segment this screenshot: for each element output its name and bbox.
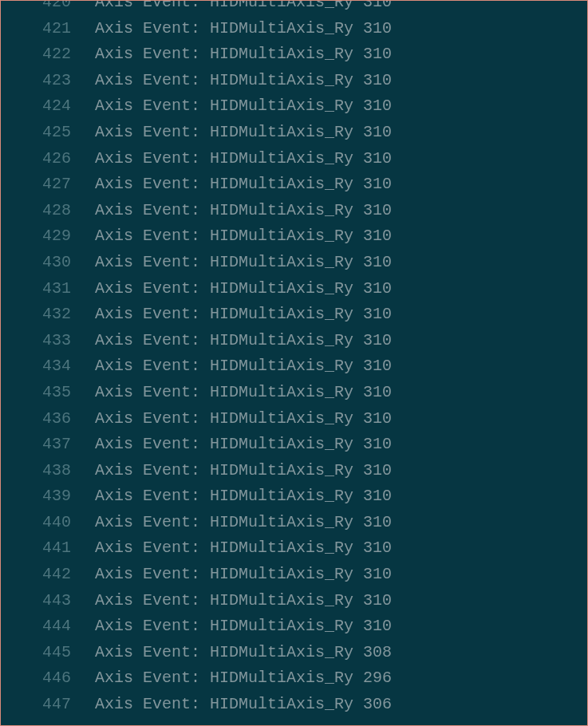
log-line: 441Axis Event: HIDMultiAxis_Ry 310 <box>7 535 587 562</box>
log-line: 427Axis Event: HIDMultiAxis_Ry 310 <box>7 172 587 198</box>
line-number: 426 <box>7 146 71 172</box>
log-text: Axis Event: HIDMultiAxis_Ry 308 <box>71 640 392 666</box>
line-number: 440 <box>7 510 71 536</box>
line-number: 424 <box>7 93 71 120</box>
log-text: Axis Event: HIDMultiAxis_Ry 310 <box>71 250 392 276</box>
log-text: Axis Event: HIDMultiAxis_Ry 310 <box>71 406 392 432</box>
log-line: 420Axis Event: HIDMultiAxis_Ry 310 <box>7 0 587 16</box>
log-text: Axis Event: HIDMultiAxis_Ry 306 <box>71 692 392 718</box>
log-text: Axis Event: HIDMultiAxis_Ry 310 <box>71 41 392 68</box>
log-line: 436Axis Event: HIDMultiAxis_Ry 310 <box>7 406 587 432</box>
log-line: 435Axis Event: HIDMultiAxis_Ry 310 <box>7 380 587 406</box>
line-number: 441 <box>7 535 71 562</box>
line-number: 421 <box>7 16 71 42</box>
line-number: 435 <box>7 380 71 406</box>
log-line: 423Axis Event: HIDMultiAxis_Ry 310 <box>7 68 587 94</box>
log-text: Axis Event: HIDMultiAxis_Ry 310 <box>71 535 392 562</box>
line-number: 447 <box>7 692 71 718</box>
line-number: 442 <box>7 562 71 588</box>
log-line: 429Axis Event: HIDMultiAxis_Ry 310 <box>7 223 587 250</box>
line-number: 423 <box>7 68 71 94</box>
log-text: Axis Event: HIDMultiAxis_Ry 310 <box>71 172 392 198</box>
line-number: 427 <box>7 172 71 198</box>
line-number: 436 <box>7 406 71 432</box>
log-text: Axis Event: HIDMultiAxis_Ry 310 <box>71 562 392 588</box>
log-line: 424Axis Event: HIDMultiAxis_Ry 310 <box>7 93 587 120</box>
log-text: Axis Event: HIDMultiAxis_Ry 310 <box>71 68 392 94</box>
log-line: 440Axis Event: HIDMultiAxis_Ry 310 <box>7 510 587 536</box>
line-number: 425 <box>7 120 71 146</box>
log-text: Axis Event: HIDMultiAxis_Ry 310 <box>71 146 392 172</box>
log-line: 430Axis Event: HIDMultiAxis_Ry 310 <box>7 250 587 276</box>
line-number: 433 <box>7 328 71 354</box>
log-text: Axis Event: HIDMultiAxis_Ry 310 <box>71 328 392 354</box>
line-number: 428 <box>7 198 71 224</box>
line-number: 422 <box>7 41 71 68</box>
log-text: Axis Event: HIDMultiAxis_Ry 310 <box>71 276 392 302</box>
log-text: Axis Event: HIDMultiAxis_Ry 296 <box>71 665 392 692</box>
log-line: 422Axis Event: HIDMultiAxis_Ry 310 <box>7 41 587 68</box>
log-text: Axis Event: HIDMultiAxis_Ry 310 <box>71 223 392 250</box>
log-line: 428Axis Event: HIDMultiAxis_Ry 310 <box>7 198 587 224</box>
log-text: Axis Event: HIDMultiAxis_Ry 310 <box>71 93 392 120</box>
log-line: 432Axis Event: HIDMultiAxis_Ry 310 <box>7 302 587 328</box>
log-text: Axis Event: HIDMultiAxis_Ry 310 <box>71 302 392 328</box>
line-number: 443 <box>7 588 71 614</box>
log-line: 431Axis Event: HIDMultiAxis_Ry 310 <box>7 276 587 302</box>
log-output[interactable]: 420Axis Event: HIDMultiAxis_Ry 310421Axi… <box>1 0 587 718</box>
line-number: 437 <box>7 432 71 458</box>
line-number: 445 <box>7 640 71 666</box>
line-number: 431 <box>7 276 71 302</box>
line-number: 444 <box>7 614 71 640</box>
log-text: Axis Event: HIDMultiAxis_Ry 310 <box>71 120 392 146</box>
log-text: Axis Event: HIDMultiAxis_Ry 310 <box>71 614 392 640</box>
line-number: 430 <box>7 250 71 276</box>
log-line: 439Axis Event: HIDMultiAxis_Ry 310 <box>7 483 587 510</box>
line-number: 439 <box>7 483 71 510</box>
line-number: 438 <box>7 458 71 484</box>
log-line: 438Axis Event: HIDMultiAxis_Ry 310 <box>7 458 587 484</box>
log-line: 437Axis Event: HIDMultiAxis_Ry 310 <box>7 432 587 458</box>
log-text: Axis Event: HIDMultiAxis_Ry 310 <box>71 483 392 510</box>
line-number: 446 <box>7 665 71 692</box>
log-line: 421Axis Event: HIDMultiAxis_Ry 310 <box>7 16 587 42</box>
line-number: 432 <box>7 302 71 328</box>
line-number: 429 <box>7 223 71 250</box>
log-text: Axis Event: HIDMultiAxis_Ry 310 <box>71 16 392 42</box>
log-line: 443Axis Event: HIDMultiAxis_Ry 310 <box>7 588 587 614</box>
log-text: Axis Event: HIDMultiAxis_Ry 310 <box>71 353 392 380</box>
line-number: 434 <box>7 353 71 380</box>
log-line: 433Axis Event: HIDMultiAxis_Ry 310 <box>7 328 587 354</box>
log-line: 447Axis Event: HIDMultiAxis_Ry 306 <box>7 692 587 718</box>
log-text: Axis Event: HIDMultiAxis_Ry 310 <box>71 198 392 224</box>
log-line: 426Axis Event: HIDMultiAxis_Ry 310 <box>7 146 587 172</box>
log-line: 434Axis Event: HIDMultiAxis_Ry 310 <box>7 353 587 380</box>
log-line: 442Axis Event: HIDMultiAxis_Ry 310 <box>7 562 587 588</box>
line-number: 420 <box>7 0 71 16</box>
log-line: 446Axis Event: HIDMultiAxis_Ry 296 <box>7 665 587 692</box>
log-line: 444Axis Event: HIDMultiAxis_Ry 310 <box>7 614 587 640</box>
log-text: Axis Event: HIDMultiAxis_Ry 310 <box>71 0 392 16</box>
log-text: Axis Event: HIDMultiAxis_Ry 310 <box>71 588 392 614</box>
log-text: Axis Event: HIDMultiAxis_Ry 310 <box>71 458 392 484</box>
log-text: Axis Event: HIDMultiAxis_Ry 310 <box>71 432 392 458</box>
log-text: Axis Event: HIDMultiAxis_Ry 310 <box>71 510 392 536</box>
log-line: 445Axis Event: HIDMultiAxis_Ry 308 <box>7 640 587 666</box>
log-line: 425Axis Event: HIDMultiAxis_Ry 310 <box>7 120 587 146</box>
log-text: Axis Event: HIDMultiAxis_Ry 310 <box>71 380 392 406</box>
